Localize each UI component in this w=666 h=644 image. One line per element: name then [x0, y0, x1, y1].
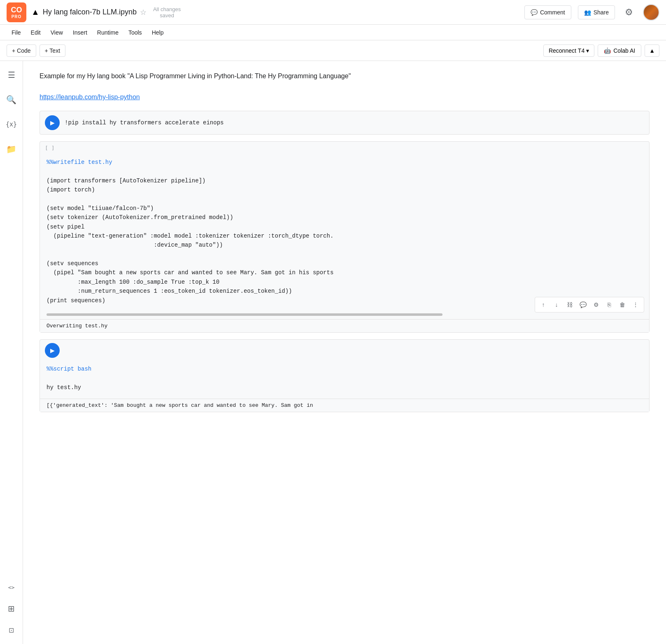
logo-area: CO PRO	[7, 2, 26, 22]
top-actions: 💬 Comment 👥 Share ⚙	[524, 4, 659, 21]
text-cell-link[interactable]: https://leanpub.com/hy-lisp-python	[40, 93, 140, 100]
sidebar-bottom: <> ⊞ ⊡	[4, 580, 19, 637]
writefile-cell-header: [ ]	[40, 142, 649, 154]
writefile-cell: [ ] %%writefile test.hy (import transfor…	[40, 141, 650, 333]
share-button[interactable]: 👥 Share	[578, 5, 615, 19]
cell-actions: ↑ ↓ ⛓ 💬 ⚙ ⎘ 🗑 ⋮	[535, 297, 644, 313]
sidebar-icon-search[interactable]: 🔍	[4, 92, 19, 107]
bash-cell-header: ▶	[40, 340, 649, 361]
top-bar: CO PRO ▲ Hy lang falcon-7b LLM.ipynb ☆ A…	[0, 0, 666, 25]
delete-cell-button[interactable]: 🗑	[617, 299, 628, 310]
menu-bar: File Edit View Insert Runtime Tools Help	[0, 25, 666, 40]
collapse-button[interactable]: ▲	[645, 44, 659, 57]
colab-ai-button[interactable]: 🤖 Colab AI	[598, 44, 641, 57]
pip-code: !pip install hy transformers accelerate …	[65, 119, 224, 126]
toolbar: + Code + Text Reconnect T4 ▾ 🤖 Colab AI …	[0, 40, 666, 61]
comment-cell-button[interactable]: 💬	[577, 299, 589, 310]
save-status: All changes saved	[153, 6, 181, 19]
main-layout: ☰ 🔍 {x} 📁 <> ⊞ ⊡ Example for my Hy lang …	[0, 61, 666, 644]
avatar[interactable]	[643, 4, 659, 21]
text-cell: Example for my Hy lang book "A Lisp Prog…	[40, 71, 650, 103]
more-options-button[interactable]: ⋮	[630, 299, 641, 310]
menu-runtime[interactable]: Runtime	[92, 28, 123, 37]
menu-tools[interactable]: Tools	[123, 28, 147, 37]
settings-button[interactable]: ⚙	[622, 4, 636, 21]
menu-view[interactable]: View	[46, 28, 68, 37]
menu-insert[interactable]: Insert	[68, 28, 92, 37]
co-logo: CO PRO	[7, 2, 26, 22]
writefile-output: Overwriting test.hy	[40, 319, 649, 332]
pip-cell: ▶ !pip install hy transformers accelerat…	[40, 111, 650, 135]
bash-output: [{'generated_text': 'Sam bought a new sp…	[40, 399, 649, 412]
pip-run-button[interactable]: ▶	[45, 115, 60, 130]
bash-run-button[interactable]: ▶	[45, 343, 60, 358]
sidebar-icon-menu[interactable]: ☰	[4, 68, 19, 82]
bash-magic: %%script bash	[47, 366, 91, 372]
sidebar-icon-diff[interactable]: <>	[4, 580, 19, 595]
move-up-button[interactable]: ↑	[538, 299, 549, 310]
file-title: Hy lang falcon-7b LLM.ipynb	[43, 8, 137, 16]
writefile-code-content: %%writefile test.hy (import transformers…	[40, 154, 649, 312]
file-title-area: ▲ Hy lang falcon-7b LLM.ipynb ☆ All chan…	[31, 6, 524, 19]
star-icon[interactable]: ☆	[140, 8, 147, 17]
scrollbar-indicator[interactable]	[47, 313, 442, 316]
sidebar-icon-terminal[interactable]: ⊡	[4, 623, 19, 637]
sidebar-icon-table[interactable]: ⊞	[4, 601, 19, 616]
link-cell-button[interactable]: ⛓	[564, 299, 575, 310]
menu-help[interactable]: Help	[147, 28, 169, 37]
add-text-button[interactable]: + Text	[40, 44, 66, 57]
cell-bracket: [ ]	[45, 145, 54, 151]
colab-ai-icon: 🤖	[604, 47, 611, 54]
copy-cell-button[interactable]: ⎘	[603, 299, 615, 310]
comment-button[interactable]: 💬 Comment	[524, 5, 571, 19]
dropdown-icon: ▾	[586, 47, 589, 54]
writefile-magic: %%writefile test.hy	[47, 159, 112, 166]
share-icon: 👥	[584, 9, 591, 16]
content-area: Example for my Hy lang book "A Lisp Prog…	[23, 61, 666, 644]
move-down-button[interactable]: ↓	[551, 299, 562, 310]
sidebar: ☰ 🔍 {x} 📁 <> ⊞ ⊡	[0, 61, 23, 644]
menu-edit[interactable]: Edit	[26, 28, 46, 37]
add-code-button[interactable]: + Code	[7, 44, 36, 57]
text-cell-paragraph: Example for my Hy lang book "A Lisp Prog…	[40, 71, 650, 82]
bash-code-content: %%script bash hy test.hy	[40, 361, 649, 399]
bash-cell: ▶ %%script bash hy test.hy [{'generated_…	[40, 339, 650, 412]
cell-settings-button[interactable]: ⚙	[590, 299, 602, 310]
sidebar-icon-variables[interactable]: {x}	[4, 117, 19, 132]
drive-icon: ▲	[31, 7, 40, 17]
comment-icon: 💬	[531, 9, 538, 16]
menu-file[interactable]: File	[7, 28, 26, 37]
sidebar-icon-folder[interactable]: 📁	[4, 142, 19, 156]
reconnect-button[interactable]: Reconnect T4 ▾	[543, 44, 594, 57]
